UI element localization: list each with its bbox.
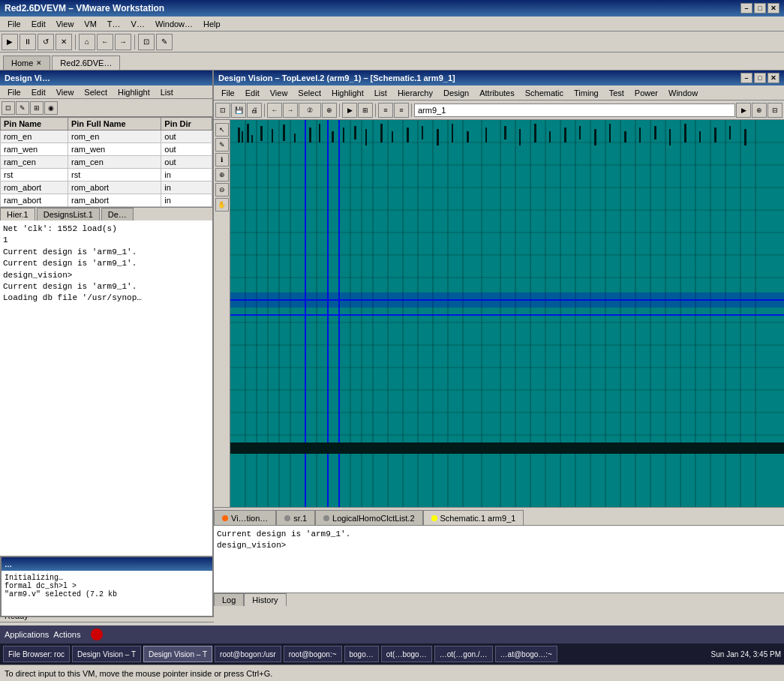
dv-menu-hierarchy[interactable]: Hierarchy [393,87,437,99]
dv-menu-timing[interactable]: Timing [569,87,603,99]
col-pin-full-name[interactable]: Pin Full Name [68,118,161,130]
dv-tool-7[interactable]: ⊕ [322,103,337,118]
panel-menu-view[interactable]: View [52,86,79,98]
close-button[interactable]: ✕ [767,3,779,14]
tab-home[interactable]: Home ✕ [3,56,50,70]
menu-view[interactable]: View [52,18,79,30]
panel-menu-highlight[interactable]: Highlight [113,86,155,98]
app-bar-applications[interactable]: Applications [5,630,49,639]
dv-menu-list[interactable]: List [370,87,392,99]
dv-menu-edit[interactable]: Edit [241,87,264,99]
dv-maximize[interactable]: □ [754,73,766,83]
dv-menu-window[interactable]: Window [664,87,702,99]
dv-menu-power[interactable]: Power [630,87,662,99]
tool-select[interactable]: ↖ [215,123,229,136]
dv-menu-schematic[interactable]: Schematic [521,87,568,99]
dv-tool-3[interactable]: 🖨 [247,103,262,118]
taskbar-item[interactable]: root@bogon:~ [284,646,342,662]
panel-menu-list[interactable]: List [156,86,178,98]
tool-draw[interactable]: ✎ [215,138,229,152]
taskbar-item[interactable]: File Browser: roc [3,646,70,662]
schematic-tab-2[interactable]: LogicalHomoClctList.2 [315,510,422,525]
dv-menu-attributes[interactable]: Attributes [475,87,518,99]
dv-tool-10[interactable]: ≡ [378,103,393,118]
menu-t[interactable]: T… [103,18,125,30]
panel-tab-hier[interactable]: Hier.1 [0,208,35,220]
menu-v[interactable]: V… [127,18,149,30]
svg-rect-74 [422,126,423,140]
dv-tool-9[interactable]: ⊞ [358,103,373,118]
taskbar-item[interactable]: root@bogon:/usr [215,646,281,662]
schematic-console-tab-log[interactable]: Log [214,593,244,606]
dv-tool-1[interactable]: ⊡ [215,103,230,118]
dv-close[interactable]: ✕ [767,73,779,83]
col-pin-name[interactable]: Pin Name [1,118,68,130]
tab-red[interactable]: Red2.6DVE… [52,56,120,70]
dv-tool-2[interactable]: 💾 [231,103,246,118]
dv-address-bar[interactable]: arm9_1 [414,104,735,117]
panel-tab-designs[interactable]: DesignsList.1 [37,208,100,220]
panel-menu-edit[interactable]: Edit [27,86,50,98]
schematic-tab-1[interactable]: sr.1 [276,510,315,525]
dv-tool-fit[interactable]: ⊟ [767,103,782,118]
schematic-tab-0[interactable]: Vi…tion… [214,510,276,525]
dv-menu-design[interactable]: Design [439,87,473,99]
dv-tool-6[interactable]: ② [299,103,321,118]
toolbar-btn-4[interactable]: ✕ [56,34,72,50]
dv-menu-select[interactable]: Select [293,87,326,99]
tool-pan[interactable]: ✋ [215,198,229,212]
panel-menu-select[interactable]: Select [80,86,112,98]
dv-minimize[interactable]: – [740,73,752,83]
menu-help[interactable]: Help [199,18,225,30]
taskbar-item[interactable]: Design Vision – T [143,646,212,662]
panel-tool-3[interactable]: ⊞ [30,101,44,115]
menu-file[interactable]: File [3,18,26,30]
maximize-button[interactable]: □ [754,3,766,14]
tab-dot-3 [431,515,437,521]
taskbar-item[interactable]: bogo… [344,646,379,662]
schematic-svg [230,120,784,507]
panel-tab-designs-label: DesignsList.1 [44,210,93,219]
dv-tool-5[interactable]: → [283,103,298,118]
dv-menu-highlight[interactable]: Highlight [327,87,368,99]
toolbar-btn-9[interactable]: ✎ [156,34,173,50]
tool-info[interactable]: ℹ [215,153,229,166]
tool-zoom-out[interactable]: ⊖ [215,183,229,196]
toolbar-btn-7[interactable]: → [115,34,131,50]
menu-window[interactable]: Window… [151,18,197,30]
tab-home-close[interactable]: ✕ [36,59,42,67]
dv-tool-zoom[interactable]: ⊕ [752,103,767,118]
menu-vm[interactable]: VM [80,18,101,30]
dv-menu-test[interactable]: Test [605,87,629,99]
dv-tool-4[interactable]: ← [267,103,282,118]
taskbar-item[interactable]: …at@bogo…:~ [495,646,557,662]
app-bar-actions[interactable]: Actions [53,630,80,639]
taskbar-item[interactable]: ot(…bogo… [381,646,432,662]
taskbar-item[interactable]: …ot(…gon./… [434,646,493,662]
menu-edit[interactable]: Edit [27,18,50,30]
panel-tool-2[interactable]: ✎ [16,101,29,115]
tool-zoom-in[interactable]: ⊕ [215,168,229,182]
taskbar-item[interactable]: Design Vision – T [72,646,141,662]
dv-menu-file[interactable]: File [217,87,239,99]
panel-menu-file[interactable]: File [3,86,26,98]
dv-menu-view[interactable]: View [266,87,293,99]
minimize-button[interactable]: – [740,3,752,14]
panel-tab-de[interactable]: De… [101,208,134,220]
dv-tool-11[interactable]: ≡ [394,103,409,118]
dv-tool-nav[interactable]: ▶ [736,103,751,118]
toolbar-btn-8[interactable]: ⊡ [138,34,155,50]
toolbar-btn-5[interactable]: ⌂ [79,34,95,50]
toolbar-btn-6[interactable]: ← [97,34,113,50]
col-pin-dir[interactable]: Pin Dir [161,118,212,130]
panel-tool-4[interactable]: ◉ [44,101,58,115]
toolbar-btn-2[interactable]: ⏸ [20,34,36,50]
schematic-console-tab-history[interactable]: History [244,593,286,606]
panel-tool-1[interactable]: ⊡ [2,101,15,115]
toolbar-sep-2 [134,34,135,50]
toolbar-btn-1[interactable]: ▶ [2,34,18,50]
toolbar-btn-3[interactable]: ↺ [38,34,54,50]
schematic-canvas[interactable] [230,120,784,507]
schematic-tab-3[interactable]: Schematic.1 arm9_1 [423,510,524,525]
dv-tool-8[interactable]: ▶ [342,103,357,118]
